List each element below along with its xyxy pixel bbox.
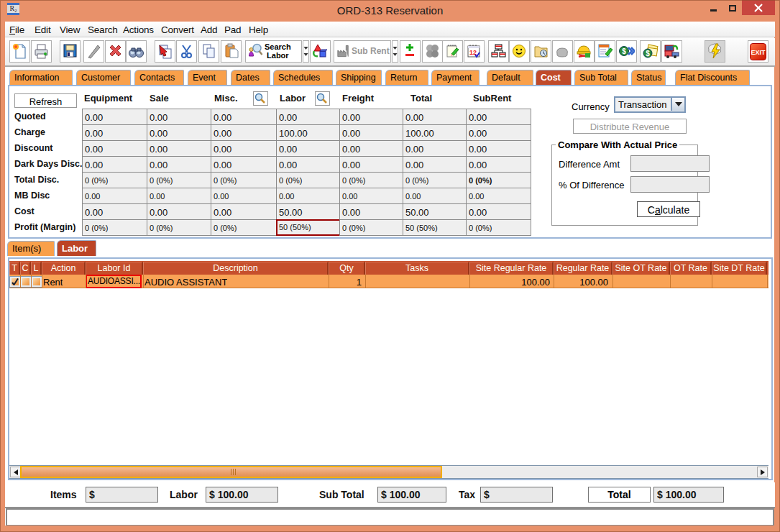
svg-text:$: $ — [646, 50, 650, 58]
svg-text:$: $ — [622, 47, 626, 55]
